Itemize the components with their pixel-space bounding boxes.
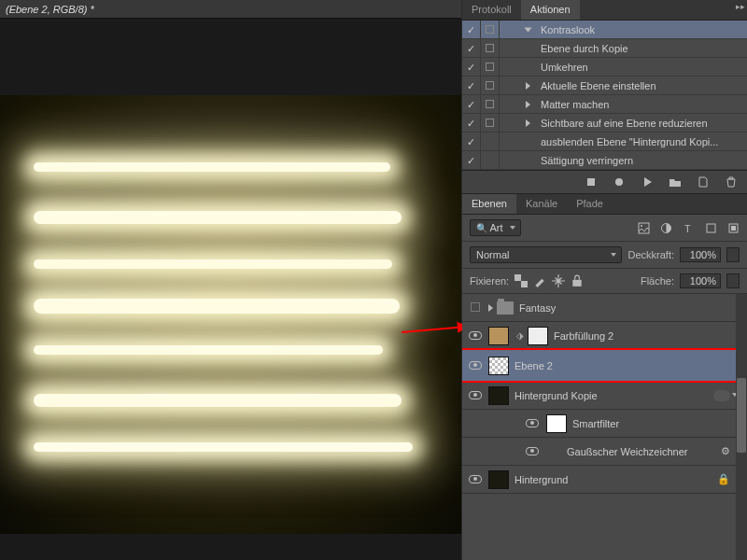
layer-row-selected[interactable]: Ebene 2 — [462, 350, 747, 382]
layer-name: Smartfilter — [572, 418, 747, 429]
filter-smart-icon[interactable] — [726, 221, 740, 234]
opacity-label: Deckkraft: — [627, 249, 674, 260]
trash-icon[interactable] — [725, 175, 738, 189]
layers-list: Fantasy ⬗ Farbfüllung 2 Ebene 2 Hintergr… — [462, 294, 747, 560]
layer-row[interactable]: ⬗ Farbfüllung 2 — [462, 322, 747, 350]
lock-all-icon[interactable] — [571, 274, 584, 287]
smart-object-badge[interactable] — [713, 390, 730, 401]
svg-rect-10 — [514, 274, 521, 281]
svg-point-1 — [615, 178, 623, 186]
layer-thumbnail[interactable] — [488, 470, 509, 489]
layer-name[interactable]: Hintergrund Kopie — [514, 390, 713, 401]
dialog-toggle[interactable] — [481, 21, 500, 38]
layer-thumbnail[interactable] — [488, 386, 509, 405]
visibility-icon[interactable] — [526, 447, 539, 455]
panel-menu-icon[interactable]: ▸▸ — [736, 2, 745, 11]
tab-layers[interactable]: Ebenen — [462, 194, 516, 214]
filter-type-dropdown[interactable]: 🔍 Art — [470, 219, 521, 236]
layer-name[interactable]: Farbfüllung 2 — [554, 330, 747, 342]
action-row[interactable]: ✓ausblenden Ebene "Hintergrund Kopi... — [462, 133, 747, 151]
layer-mask-thumbnail[interactable] — [528, 327, 548, 345]
layer-row[interactable]: Hintergrund Kopie — [462, 382, 747, 410]
disclosure-triangle-icon[interactable] — [488, 304, 493, 312]
filter-shape-icon[interactable] — [704, 221, 717, 234]
check-icon[interactable]: ✓ — [462, 21, 481, 38]
blend-mode-dropdown[interactable]: Normal — [470, 246, 622, 263]
layer-name[interactable]: Fantasy — [519, 302, 747, 314]
canvas-viewport[interactable] — [0, 95, 461, 534]
tab-actions[interactable]: Aktionen — [521, 0, 580, 20]
layer-thumbnail[interactable] — [488, 327, 509, 345]
action-row[interactable]: ✓Sichtbare auf eine Ebene reduzieren — [462, 114, 747, 133]
action-row[interactable]: ✓Sättigung verringern — [462, 151, 747, 170]
action-set-label: Kontraslook — [537, 24, 747, 35]
tab-channels[interactable]: Kanäle — [516, 194, 567, 214]
filter-adjust-icon[interactable] — [659, 221, 672, 234]
filter-mask-thumbnail[interactable] — [546, 414, 567, 433]
tab-protocol[interactable]: Protokoll — [462, 0, 521, 20]
stop-icon[interactable] — [585, 175, 598, 189]
new-folder-icon[interactable] — [669, 175, 682, 189]
layer-row-group[interactable]: Fantasy — [462, 294, 747, 322]
action-row[interactable]: ✓Ebene durch Kopie — [462, 39, 747, 58]
visibility-icon[interactable] — [526, 419, 539, 427]
play-icon[interactable] — [641, 175, 654, 189]
lock-transparency-icon[interactable] — [514, 274, 528, 287]
document-title: (Ebene 2, RGB/8) * — [0, 0, 461, 19]
svg-rect-9 — [731, 226, 736, 231]
visibility-icon[interactable] — [469, 361, 482, 370]
action-row[interactable]: ✓Umkehren — [462, 58, 747, 77]
link-icon[interactable]: ⬗ — [514, 330, 526, 341]
actions-list: ✓ Kontraslook ✓Ebene durch Kopie ✓Umkehr… — [462, 21, 747, 170]
opacity-value[interactable]: 100% — [680, 247, 721, 262]
layer-name[interactable]: Gaußscher Weichzeichner — [567, 446, 719, 457]
svg-rect-7 — [707, 224, 715, 232]
layer-name[interactable]: Hintergrund — [514, 474, 717, 485]
visibility-icon[interactable] — [469, 331, 482, 340]
lock-icon: 🔒 — [717, 473, 730, 485]
scrollbar[interactable] — [736, 294, 747, 560]
filter-text-icon[interactable]: T — [682, 221, 695, 234]
filter-options-icon[interactable]: ⚙ — [719, 445, 732, 458]
action-row[interactable]: ✓Matter machen — [462, 95, 747, 114]
action-set-row[interactable]: ✓ Kontraslook — [462, 21, 747, 39]
record-icon[interactable] — [613, 175, 626, 189]
lock-position-icon[interactable] — [552, 274, 565, 287]
svg-text:T: T — [684, 223, 691, 234]
svg-point-4 — [641, 225, 642, 227]
svg-marker-2 — [644, 177, 652, 187]
folder-icon — [497, 301, 514, 315]
visibility-icon[interactable] — [469, 475, 482, 483]
svg-rect-12 — [573, 280, 582, 287]
lock-paint-icon[interactable] — [533, 274, 546, 287]
layer-row[interactable]: Hintergrund 🔒 — [462, 466, 747, 494]
tab-paths[interactable]: Pfade — [567, 194, 613, 214]
opacity-slider-button[interactable] — [726, 247, 740, 262]
disclosure-triangle-icon[interactable] — [524, 27, 531, 32]
visibility-icon[interactable] — [469, 391, 482, 399]
svg-rect-0 — [587, 178, 595, 186]
layer-name[interactable]: Ebene 2 — [514, 360, 747, 371]
lock-label: Fixieren: — [470, 275, 509, 287]
filter-image-icon[interactable] — [637, 221, 650, 234]
visibility-icon[interactable] — [471, 302, 480, 312]
action-row[interactable]: ✓Aktuelle Ebene einstellen — [462, 77, 747, 95]
fill-slider-button[interactable] — [726, 273, 740, 288]
layer-thumbnail[interactable] — [488, 357, 509, 375]
layer-row-smartfilter[interactable]: Smartfilter — [462, 410, 747, 438]
svg-rect-11 — [521, 281, 528, 287]
fill-label: Fläche: — [641, 275, 674, 287]
fill-value[interactable]: 100% — [680, 273, 721, 288]
layer-row-filter[interactable]: Gaußscher Weichzeichner ⚙ — [462, 438, 747, 466]
new-action-icon[interactable] — [697, 175, 710, 189]
